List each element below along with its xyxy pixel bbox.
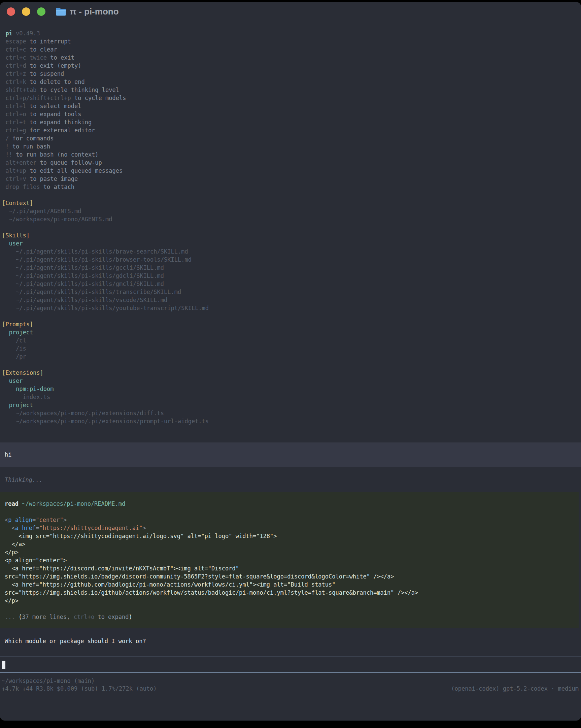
terminal-line: [Context] xyxy=(2,199,581,207)
terminal-line xyxy=(2,361,581,369)
terminal-line: ~/.pi/agent/skills/pi-skills/transcribe/… xyxy=(2,288,581,296)
terminal-line: read ~/workspaces/pi-mono/README.md xyxy=(5,500,579,508)
terminal-line: ~/workspaces/pi-mono/.pi/extensions/diff… xyxy=(2,409,581,417)
terminal-line: project xyxy=(2,401,581,409)
terminal-line: !! to run bash (no context) xyxy=(2,151,581,159)
title-bar: π - pi-mono xyxy=(0,2,581,21)
terminal-line xyxy=(2,312,581,320)
terminal-line: drop files to attach xyxy=(2,183,581,191)
thinking-indicator: Thinking... xyxy=(0,476,581,484)
tool-output-read: read ~/workspaces/pi-mono/README.md <p a… xyxy=(0,492,579,628)
terminal-line: ctrl+c twice to exit xyxy=(2,54,581,61)
terminal-line: user xyxy=(2,377,581,385)
terminal-line: shift+tab to cycle thinking level xyxy=(2,86,581,94)
terminal-line: <p align="center"> xyxy=(5,556,579,564)
terminal-line: </p> xyxy=(5,548,579,556)
terminal-line: ... (37 more lines, ctrl+o to expand) xyxy=(5,613,579,621)
terminal-line: ctrl+g for external editor xyxy=(2,126,581,134)
token-usage-stats: ↑4.7k ↓44 R3.8k $0.009 (sub) 1.7%/272k (… xyxy=(2,685,157,693)
terminal-line xyxy=(5,508,579,516)
terminal-line: ctrl+d to exit (empty) xyxy=(2,61,581,70)
terminal-line: ~/workspaces/pi-mono/AGENTS.md xyxy=(2,215,581,223)
terminal-line: ctrl+l to select model xyxy=(2,102,581,110)
terminal-line: <p align="center"> xyxy=(5,516,579,524)
terminal-line: user xyxy=(2,239,581,248)
terminal-line: alt+up to edit all queued messages xyxy=(2,167,581,175)
terminal-line: /pr xyxy=(2,353,581,361)
terminal-line: ctrl+k to delete to end xyxy=(2,78,581,86)
zoom-button[interactable] xyxy=(37,7,46,16)
terminal-line: alt+enter to queue follow-up xyxy=(2,159,581,167)
terminal-line: ctrl+c to clear xyxy=(2,46,581,54)
traffic-lights xyxy=(7,7,46,16)
terminal-line: src="https://img.shields.io/badge/discor… xyxy=(5,572,579,580)
status-bar: ~/workspaces/pi-mono (main) ↑4.7k ↓44 R3… xyxy=(0,677,581,693)
terminal-line: ~/.pi/agent/AGENTS.md xyxy=(2,207,581,215)
terminal-line: ~/.pi/agent/skills/pi-skills/gccli/SKILL… xyxy=(2,264,581,272)
terminal-line: ~/.pi/agent/skills/pi-skills/vscode/SKIL… xyxy=(2,296,581,304)
terminal-line: src="https://img.shields.io/github/actio… xyxy=(5,589,579,597)
terminal-window: π - pi-mono pi v0.49.3 escape to interru… xyxy=(0,2,581,721)
terminal-line: <img src="https://shittycodingagent.ai/l… xyxy=(5,532,579,540)
terminal-line: pi v0.49.3 xyxy=(2,29,581,37)
terminal-line: ~/workspaces/pi-mono/.pi/extensions/prom… xyxy=(2,417,581,425)
terminal-line: ctrl+o to expand tools xyxy=(2,110,581,118)
terminal-line: [Extensions] xyxy=(2,369,581,377)
terminal-line: ~/.pi/agent/skills/pi-skills/gmcli/SKILL… xyxy=(2,280,581,288)
terminal-line: / for commands xyxy=(2,134,581,142)
terminal-line: project xyxy=(2,328,581,336)
window-title: π - pi-mono xyxy=(70,6,119,17)
assistant-message: Which module or package should I work on… xyxy=(0,637,581,645)
terminal-line: ctrl+v to paste image xyxy=(2,175,581,183)
terminal-line: ctrl+t to expand thinking xyxy=(2,118,581,126)
terminal-line: <a href="https://shittycodingagent.ai"> xyxy=(5,524,579,532)
terminal-line xyxy=(5,605,579,613)
terminal-line: /is xyxy=(2,344,581,353)
terminal-line: [Prompts] xyxy=(2,320,581,328)
session-header-output: pi v0.49.3 escape to interrupt ctrl+c to… xyxy=(0,21,581,425)
working-directory: ~/workspaces/pi-mono (main) xyxy=(2,677,579,685)
terminal-line: index.ts xyxy=(2,393,581,401)
terminal-line: </a> xyxy=(5,540,579,548)
terminal-line: ~/.pi/agent/skills/pi-skills/browser-too… xyxy=(2,256,581,264)
user-message-text: hi xyxy=(5,450,581,459)
terminal-line xyxy=(2,191,581,199)
terminal-line: <a href="https://discord.com/invite/nKXT… xyxy=(5,564,579,572)
terminal-line: ctrl+p/shift+ctrl+p to cycle models xyxy=(2,94,581,102)
terminal-line: /cl xyxy=(2,336,581,344)
minimize-button[interactable] xyxy=(22,7,30,16)
terminal-line xyxy=(2,223,581,231)
close-button[interactable] xyxy=(7,7,15,16)
terminal-line: ! to run bash xyxy=(2,142,581,151)
text-cursor xyxy=(2,661,5,669)
terminal-line: ctrl+z to suspend xyxy=(2,70,581,78)
terminal-line: npm:pi-doom xyxy=(2,385,581,393)
model-indicator: (openai-codex) gpt-5.2-codex · medium xyxy=(451,685,579,693)
terminal-line: <a href="https://github.com/badlogic/pi-… xyxy=(5,580,579,589)
terminal-line: ~/.pi/agent/skills/pi-skills/youtube-tra… xyxy=(2,304,581,312)
terminal-line: escape to interrupt xyxy=(2,37,581,46)
user-message: hi xyxy=(0,442,581,467)
terminal-line: ~/.pi/agent/skills/pi-skills/gdcli/SKILL… xyxy=(2,272,581,280)
terminal-line: </p> xyxy=(5,597,579,605)
terminal-line: [Skills] xyxy=(2,231,581,239)
folder-icon xyxy=(56,7,66,16)
terminal-line: ~/.pi/agent/skills/pi-skills/brave-searc… xyxy=(2,248,581,256)
prompt-input[interactable] xyxy=(0,657,581,673)
